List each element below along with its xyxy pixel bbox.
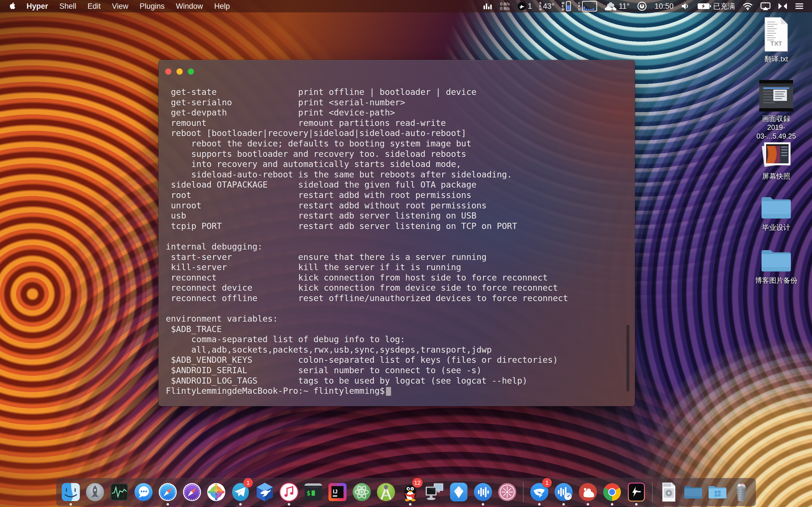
screen-recording-thumbnail (759, 79, 794, 112)
dock-item-itunes[interactable] (278, 479, 300, 505)
cpu-label: CPU (578, 2, 580, 11)
running-indicator (482, 503, 485, 506)
dock-item-audio-gauge-app[interactable] (553, 479, 574, 505)
close-button[interactable] (165, 68, 171, 75)
activity-monitor-icon (109, 482, 130, 503)
svg-text:TXT: TXT (770, 40, 782, 47)
wifi-icon (742, 2, 753, 10)
dock-item-diamond-notes-app[interactable] (448, 479, 469, 505)
dock-item-messages[interactable] (133, 479, 154, 505)
dock-item-bird-gem-app[interactable] (254, 479, 275, 505)
desktop-icon-label-line1: 画面収録 (749, 114, 803, 123)
desktop-icon-screenshot-stack[interactable]: 屏幕快照 (749, 140, 803, 180)
laser-burst-icon (497, 482, 518, 503)
airplay-display-icon (760, 2, 770, 10)
dock-item-hyper[interactable] (626, 479, 647, 505)
status-network-speed[interactable]: 0 B/s 0 B/s (496, 0, 513, 12)
status-battery[interactable]: 已充满 (694, 0, 739, 12)
running-indicator (562, 503, 565, 506)
desktop-icon-folder-blog-backup[interactable]: 博客图片备份 (749, 247, 803, 285)
memory-gauge-icon (566, 1, 571, 11)
terminal-help-text: get-state print offline | bootloader | d… (166, 87, 568, 386)
running-indicator (587, 503, 589, 506)
status-bird-app[interactable]: 1 (513, 0, 536, 12)
svg-text:IJ: IJ (333, 489, 338, 495)
hyper-terminal-window[interactable]: get-state print offline | bootloader | d… (158, 60, 635, 406)
apple-menu-icon[interactable] (10, 2, 17, 10)
dock-item-android-studio[interactable] (375, 479, 397, 505)
dock-item-dingtalk[interactable]: 1 (529, 479, 550, 505)
dock: 1 (56, 478, 756, 506)
net-down-speed: 0 B/s (500, 6, 509, 11)
status-memory[interactable]: MEM (558, 0, 574, 12)
desktop: Hyper Shell Edit View Plugins Window Hel… (0, 0, 812, 507)
terminal-scrollbar[interactable] (626, 325, 629, 392)
desktop-icon-label-line2: 2019-03-...5.49.25 (749, 123, 803, 140)
status-weather[interactable]: 11° (601, 0, 633, 12)
status-1password[interactable] (633, 0, 651, 12)
menu-plugins[interactable]: Plugins (134, 0, 170, 12)
dock-item-safari-tech-preview[interactable] (181, 479, 203, 505)
dock-item-trash[interactable] (730, 479, 752, 505)
notification-badge: 1 (243, 478, 253, 488)
running-indicator (239, 503, 242, 506)
running-indicator (409, 503, 412, 506)
dock-item-folder-dark[interactable] (682, 479, 703, 505)
status-bowtie-app[interactable] (774, 0, 791, 12)
dock-item-activity-monitor[interactable] (109, 479, 130, 505)
cpu-graph-icon (582, 1, 597, 11)
menu-window[interactable]: Window (170, 0, 209, 12)
menu-app-name[interactable]: Hyper (21, 0, 54, 12)
dock-item-photos[interactable] (206, 479, 227, 505)
status-sensor-temp[interactable]: SEN 43° (536, 0, 558, 12)
menu-shell[interactable]: Shell (54, 0, 82, 12)
dock-item-terminal[interactable]: $ (303, 479, 324, 505)
intellij-idea-icon: IJ (327, 482, 348, 503)
dock-item-intellij-idea[interactable]: IJ (327, 479, 348, 505)
bird-icon (517, 1, 527, 11)
terminal-prompt: FlintyLemmingdeMacBook-Pro:~ flintylemmi… (166, 386, 385, 396)
messages-icon (133, 482, 154, 503)
menu-edit[interactable]: Edit (82, 0, 107, 12)
dock-item-atom[interactable] (351, 479, 372, 505)
menu-help[interactable]: Help (209, 0, 236, 12)
dock-item-finder[interactable] (60, 479, 82, 505)
window-controls (165, 68, 194, 75)
status-clock[interactable]: 10:50 (651, 0, 677, 12)
zoom-button[interactable] (188, 68, 194, 75)
speaker-icon (681, 2, 690, 10)
dock-item-audio-bars-app[interactable] (472, 479, 494, 505)
dock-item-launchpad[interactable] (84, 479, 106, 505)
minimize-button[interactable] (176, 68, 183, 75)
running-indicator (611, 503, 613, 506)
status-signal-bars[interactable] (479, 0, 496, 12)
atom-icon (351, 482, 372, 503)
dock-item-qq[interactable]: 12 (400, 479, 421, 505)
terminal-output[interactable]: get-state print offline | bootloader | d… (166, 87, 568, 396)
running-indicator (167, 503, 169, 506)
android-studio-icon (375, 482, 397, 503)
status-airplay[interactable] (757, 0, 774, 12)
dark-folder-icon (682, 482, 703, 503)
folder-icon (759, 247, 793, 274)
running-indicator (70, 503, 72, 506)
dock-item-chrome[interactable] (601, 479, 623, 505)
status-istat-menu[interactable] (791, 0, 808, 12)
status-cpu[interactable]: CPU (574, 0, 601, 12)
menu-view[interactable]: View (106, 0, 134, 12)
dock-item-disk-image-file[interactable] (658, 479, 679, 505)
dock-item-telegram[interactable]: 1 (230, 479, 251, 505)
dock-item-bear[interactable] (577, 479, 599, 505)
desktop-icon-folder-graduation[interactable]: 毕业设计 (749, 194, 803, 232)
status-wifi[interactable] (739, 0, 757, 12)
dock-item-laser-burst-app[interactable] (497, 479, 518, 505)
battery-charged-icon (697, 3, 711, 10)
desktop-icon-label: 毕业设计 (762, 223, 790, 232)
running-indicator (635, 503, 638, 506)
desktop-icon-txt-file[interactable]: TXT 翻译.txt (749, 16, 803, 63)
dock-item-folder-windows[interactable] (706, 479, 728, 505)
desktop-icon-screen-recording[interactable]: 画面収録 2019-03-...5.49.25 (749, 79, 803, 140)
status-volume[interactable] (677, 0, 694, 12)
dock-item-safari[interactable] (157, 479, 179, 505)
dock-item-remote-desktop[interactable] (424, 479, 445, 505)
